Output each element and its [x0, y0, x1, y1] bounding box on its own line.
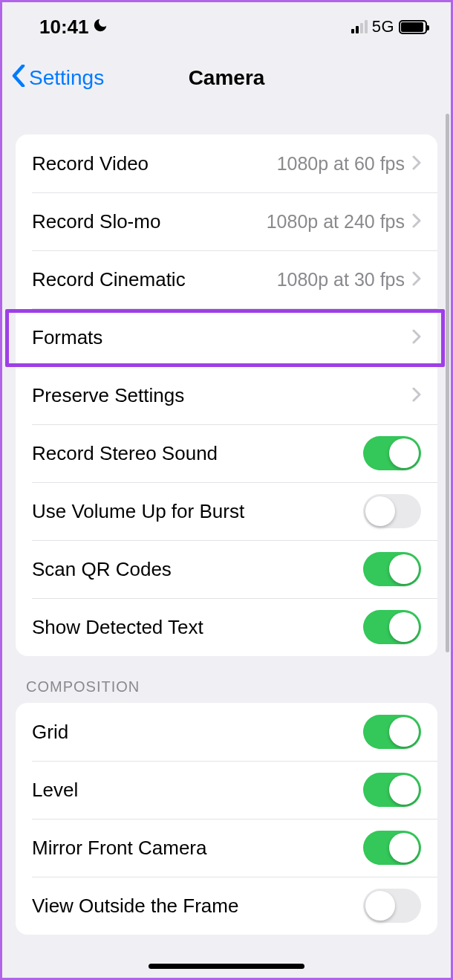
status-time: 10:41	[39, 16, 89, 39]
cell-label: Show Detected Text	[32, 616, 363, 639]
navigation-bar: Settings Camera	[2, 51, 451, 105]
cell-formats[interactable]: Formats	[16, 308, 437, 366]
phone-screen: 10:41 5G Settings Camera Record Vid	[2, 2, 451, 978]
cell-label: Scan QR Codes	[32, 558, 363, 581]
cell-label: Record Video	[32, 152, 277, 175]
home-indicator[interactable]	[149, 964, 304, 969]
toggle-grid[interactable]	[363, 715, 421, 749]
cell-volume-up-burst: Use Volume Up for Burst	[16, 482, 437, 540]
cell-record-stereo-sound: Record Stereo Sound	[16, 424, 437, 482]
cell-level: Level	[16, 761, 437, 819]
toggle-volume-up-burst[interactable]	[363, 494, 421, 528]
cell-value: 1080p at 240 fps	[267, 211, 405, 233]
scroll-indicator[interactable]	[446, 114, 449, 652]
cell-mirror-front-camera: Mirror Front Camera	[16, 819, 437, 877]
cell-view-outside-frame: View Outside the Frame	[16, 877, 437, 935]
cell-preserve-settings[interactable]: Preserve Settings	[16, 366, 437, 424]
network-type: 5G	[372, 17, 394, 36]
chevron-right-icon	[412, 152, 421, 175]
cell-label: Preserve Settings	[32, 384, 412, 407]
back-button[interactable]: Settings	[11, 65, 104, 92]
chevron-right-icon	[412, 326, 421, 349]
cell-scan-qr-codes: Scan QR Codes	[16, 540, 437, 598]
toggle-level[interactable]	[363, 773, 421, 807]
toggle-scan-qr-codes[interactable]	[363, 552, 421, 586]
back-label: Settings	[29, 66, 104, 90]
status-bar: 10:41 5G	[2, 2, 451, 51]
cell-label: Record Cinematic	[32, 268, 277, 291]
settings-group-main: Record Video 1080p at 60 fps Record Slo-…	[16, 134, 437, 656]
cell-show-detected-text: Show Detected Text	[16, 598, 437, 656]
cell-grid: Grid	[16, 703, 437, 761]
cell-label: Formats	[32, 326, 412, 349]
cell-label: Record Stereo Sound	[32, 442, 363, 465]
settings-group-composition: Grid Level Mirror Front Camera View Outs…	[16, 703, 437, 935]
cell-label: Mirror Front Camera	[32, 837, 363, 860]
toggle-view-outside-frame[interactable]	[363, 889, 421, 923]
cell-record-video[interactable]: Record Video 1080p at 60 fps	[16, 134, 437, 192]
cell-value: 1080p at 60 fps	[277, 153, 405, 175]
cell-label: View Outside the Frame	[32, 895, 363, 918]
cell-label: Grid	[32, 721, 363, 744]
chevron-right-icon	[412, 384, 421, 407]
chevron-right-icon	[412, 268, 421, 291]
cellular-signal-icon	[351, 20, 368, 33]
toggle-show-detected-text[interactable]	[363, 610, 421, 644]
group-header-composition: COMPOSITION	[16, 656, 437, 703]
toggle-mirror-front-camera[interactable]	[363, 831, 421, 865]
chevron-right-icon	[412, 210, 421, 233]
cell-label: Level	[32, 779, 363, 802]
do-not-disturb-icon	[92, 16, 108, 39]
cell-record-cinematic[interactable]: Record Cinematic 1080p at 30 fps	[16, 250, 437, 308]
battery-icon	[399, 20, 427, 34]
cell-label: Use Volume Up for Burst	[32, 500, 363, 523]
toggle-record-stereo-sound[interactable]	[363, 436, 421, 470]
cell-label: Record Slo-mo	[32, 210, 267, 233]
cell-record-slomo[interactable]: Record Slo-mo 1080p at 240 fps	[16, 192, 437, 250]
chevron-left-icon	[11, 65, 26, 92]
cell-value: 1080p at 30 fps	[277, 269, 405, 291]
